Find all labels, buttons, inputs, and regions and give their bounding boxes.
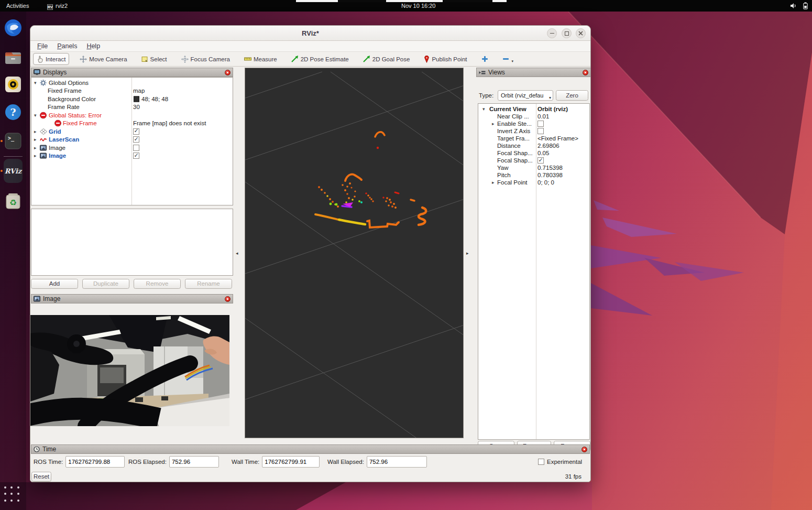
time-panel-header[interactable]: Time xyxy=(31,444,590,454)
display-row-fixed-frame[interactable]: Fixed FrameFrame [map] does not exist xyxy=(31,120,233,128)
views-panel-close-button[interactable] xyxy=(583,70,588,75)
tool-interact[interactable]: Interact xyxy=(33,53,69,65)
view-property-value[interactable]: 0.715398 xyxy=(537,165,563,171)
display-row-global-options[interactable]: ▾Global Options xyxy=(31,79,233,87)
focused-app-menu[interactable]: RV rviz2 xyxy=(47,0,68,12)
expand-arrow-icon[interactable]: ▸ xyxy=(34,137,37,142)
grid-checkbox[interactable] xyxy=(133,128,139,135)
wall-elapsed-input[interactable] xyxy=(367,456,427,468)
menu-panels[interactable]: Panels xyxy=(52,41,82,51)
image-panel-close-button[interactable] xyxy=(225,296,231,302)
tool-move-camera[interactable]: Move Camera xyxy=(76,53,130,65)
display-property-value[interactable]: 30 xyxy=(133,104,140,110)
laserscan-checkbox[interactable] xyxy=(133,136,139,143)
view-row-focal-shap[interactable]: Focal Shap... xyxy=(478,157,589,164)
view-row-distance[interactable]: Distance2.69806 xyxy=(478,142,589,149)
view-property-value[interactable]: 0.05 xyxy=(537,150,549,156)
tool-dropdown-icon[interactable]: ▾ xyxy=(512,59,514,63)
collapse-arrow-icon[interactable]: ▾ xyxy=(34,80,37,85)
display-row-frame-rate[interactable]: Frame Rate30 xyxy=(31,103,233,112)
dock-files-icon[interactable] xyxy=(4,48,23,67)
invert-z-axis-checkbox[interactable] xyxy=(537,128,544,134)
enable-ste-checkbox[interactable] xyxy=(537,121,544,127)
tool-select[interactable]: Select xyxy=(138,53,171,65)
tool-focus-camera[interactable]: Focus Camera xyxy=(178,53,234,65)
view-property-value[interactable]: 0; 0; 0 xyxy=(537,179,554,186)
expand-arrow-icon[interactable]: ▸ xyxy=(34,145,37,150)
collapse-arrow-icon[interactable]: ▾ xyxy=(34,113,37,118)
show-applications-button[interactable] xyxy=(4,486,21,503)
expand-arrow-icon[interactable]: ▸ xyxy=(34,153,37,158)
experimental-checkbox[interactable] xyxy=(538,459,544,465)
display-row-image[interactable]: ▸Image xyxy=(31,152,233,160)
view-property-value[interactable]: Orbit (rviz) xyxy=(537,106,568,112)
render-viewport-3d[interactable] xyxy=(245,68,464,438)
menu-file[interactable]: File xyxy=(32,41,52,51)
dock-trash-icon[interactable]: ♻ xyxy=(4,192,23,211)
view-row-focal-point[interactable]: ▸Focal Point0; 0; 0 xyxy=(478,179,589,186)
ros-elapsed-input[interactable] xyxy=(169,456,219,468)
image-checkbox[interactable] xyxy=(133,153,139,159)
display-property-value[interactable]: map xyxy=(133,88,145,94)
view-row-invert-z-axis[interactable]: Invert Z Axis xyxy=(478,127,589,135)
display-row-grid[interactable]: ▸Grid xyxy=(31,127,233,136)
expand-arrow-icon[interactable]: ▸ xyxy=(492,121,495,126)
displays-panel-close-button[interactable] xyxy=(225,70,231,75)
remove-button[interactable]: Remove xyxy=(134,279,181,289)
displays-panel-header[interactable]: Displays xyxy=(31,68,233,77)
maximize-button[interactable] xyxy=(562,28,572,38)
reset-button[interactable]: Reset xyxy=(31,472,51,482)
zero-button[interactable]: Zero xyxy=(556,90,588,101)
close-button[interactable] xyxy=(576,28,586,38)
wall-time-input[interactable] xyxy=(262,456,320,468)
dock-thunderbird-icon[interactable] xyxy=(4,18,23,37)
system-status-icons[interactable] xyxy=(791,0,808,12)
collapse-right-panel-handle[interactable]: ▸ xyxy=(466,251,469,256)
tool-add-tool-plus-icon[interactable] xyxy=(478,53,492,65)
display-property-value[interactable]: Frame [map] does not exist xyxy=(133,120,206,126)
views-panel-header[interactable]: Views xyxy=(476,68,591,77)
color-swatch[interactable] xyxy=(134,96,139,102)
display-row-fixed-frame[interactable]: Fixed Framemap xyxy=(31,87,233,95)
display-row-global-status-error[interactable]: ▾Global Status: Error xyxy=(31,111,233,120)
view-row-near-clip[interactable]: Near Clip ...0.01 xyxy=(478,113,589,120)
dock-help-icon[interactable]: ? xyxy=(4,103,23,122)
view-row-enable-ste[interactable]: ▸Enable Ste... xyxy=(478,120,589,127)
view-row-yaw[interactable]: Yaw0.715398 xyxy=(478,164,589,171)
ros-time-input[interactable] xyxy=(65,456,125,468)
expand-arrow-icon[interactable]: ▸ xyxy=(34,129,37,134)
view-row-pitch[interactable]: Pitch0.780398 xyxy=(478,171,589,179)
duplicate-button[interactable]: Duplicate xyxy=(82,279,129,289)
focal-shap-checkbox[interactable] xyxy=(537,157,544,164)
display-row-image[interactable]: ▸Image xyxy=(31,144,233,152)
view-property-value[interactable]: 2.69806 xyxy=(537,143,559,149)
view-property-value[interactable]: 0.01 xyxy=(537,113,549,120)
add-button[interactable]: Add xyxy=(31,279,78,289)
view-row-focal-shap[interactable]: Focal Shap...0.05 xyxy=(478,149,589,157)
view-property-value[interactable]: <Fixed Frame> xyxy=(537,135,578,142)
view-row-target-fra[interactable]: Target Fra...<Fixed Frame> xyxy=(478,135,589,142)
time-panel-close-button[interactable] xyxy=(581,447,587,452)
tool-publish-point[interactable]: Publish Point xyxy=(420,53,470,65)
tool-remove-tool-minus-icon[interactable]: ▾ xyxy=(499,53,518,65)
display-row-laserscan[interactable]: ▸LaserScan xyxy=(31,136,233,144)
image-checkbox[interactable] xyxy=(133,145,139,151)
view-type-combobox[interactable]: Orbit (rviz_defau ▾ xyxy=(498,90,553,101)
dock-terminal-icon[interactable]: >_ xyxy=(4,132,23,150)
experimental-option[interactable]: Experimental xyxy=(538,458,582,465)
expand-arrow-icon[interactable]: ▸ xyxy=(492,180,495,185)
image-panel-header[interactable]: Image xyxy=(31,294,233,303)
dock-rhythmbox-icon[interactable] xyxy=(4,75,23,94)
window-titlebar[interactable]: RViz* xyxy=(30,26,590,41)
collapse-left-panel-handle[interactable]: ◂ xyxy=(236,251,238,256)
dock-rviz-icon[interactable]: RViz xyxy=(4,159,23,183)
display-property-value[interactable]: 48; 48; 48 xyxy=(141,96,168,102)
collapse-arrow-icon[interactable]: ▾ xyxy=(482,106,485,112)
display-row-background-color[interactable]: Background Color48; 48; 48 xyxy=(31,95,233,103)
rename-button[interactable]: Rename xyxy=(185,279,232,289)
tool-2d-pose-estimate[interactable]: 2D Pose Estimate xyxy=(288,53,353,65)
view-property-value[interactable]: 0.780398 xyxy=(537,172,563,178)
view-row-current-view[interactable]: ▾Current ViewOrbit (rviz) xyxy=(478,105,589,113)
tool-measure[interactable]: Measure xyxy=(240,53,281,65)
minimize-button[interactable] xyxy=(547,28,557,38)
